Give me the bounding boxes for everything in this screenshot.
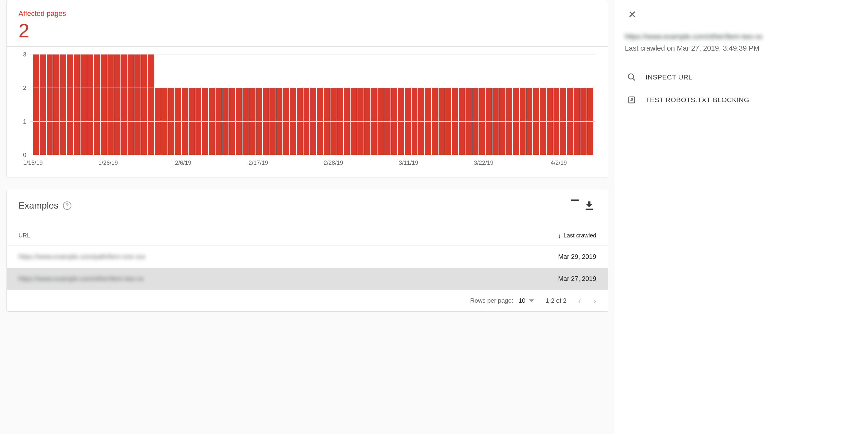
bar — [270, 88, 276, 155]
bar — [554, 88, 560, 155]
examples-title: Examples — [19, 200, 58, 211]
table-body: https://www.example.com/path/item-one-xx… — [7, 246, 608, 290]
x-tick: 1/15/19 — [23, 160, 42, 166]
y-tick: 1 — [23, 118, 26, 125]
bar — [371, 88, 377, 155]
bar — [506, 88, 512, 155]
bar — [283, 88, 289, 155]
bar — [74, 55, 80, 155]
table-row[interactable]: https://www.example.com/path/item-one-xx… — [7, 246, 608, 268]
bar — [243, 88, 249, 155]
gridline — [30, 54, 596, 55]
table-row[interactable]: https://www.example.com/other/item-two-x… — [7, 268, 608, 290]
table-header: URL ↓ Last crawled — [7, 217, 608, 246]
row-url: https://www.example.com/path/item-one-xx… — [19, 253, 558, 261]
x-tick: 2/6/19 — [175, 160, 191, 166]
bar — [87, 55, 93, 155]
panel-actions: INSPECT URL TEST ROBOTS.TXT BLOCKING — [615, 61, 868, 116]
row-date: Mar 29, 2019 — [558, 253, 596, 261]
bar — [40, 55, 46, 155]
bar — [222, 88, 228, 155]
affected-pages-card: Affected pages 2 0123 1/15/191/26/192/6/… — [6, 0, 608, 177]
bar — [331, 88, 337, 155]
pagination: Rows per page: 10 1-2 of 2 ‹ › — [7, 290, 608, 311]
rows-per-page-select[interactable]: 10 — [518, 297, 534, 304]
bar — [533, 88, 539, 155]
help-icon[interactable]: ? — [63, 201, 71, 210]
bar — [236, 88, 242, 155]
bar — [155, 88, 161, 155]
x-tick: 3/11/19 — [399, 160, 418, 166]
gridline — [30, 121, 596, 122]
column-last-crawled[interactable]: ↓ Last crawled — [558, 232, 596, 239]
bar — [189, 88, 195, 155]
bar — [377, 88, 384, 155]
y-axis: 0123 — [19, 55, 30, 155]
chart-container: 0123 1/15/191/26/192/6/192/17/192/28/193… — [7, 47, 608, 177]
x-tick: 4/2/19 — [551, 160, 567, 166]
test-robots-label: TEST ROBOTS.TXT BLOCKING — [646, 96, 749, 104]
bar — [290, 88, 296, 155]
bar — [47, 55, 53, 155]
bar — [114, 55, 120, 155]
bar — [479, 88, 485, 155]
bar — [350, 88, 357, 155]
bar — [141, 55, 147, 155]
bars — [33, 55, 593, 155]
inspect-url-action[interactable]: INSPECT URL — [625, 66, 858, 89]
prev-page-button[interactable]: ‹ — [578, 296, 581, 306]
bar — [182, 88, 188, 155]
sort-descending-icon: ↓ — [558, 233, 561, 239]
column-url[interactable]: URL — [19, 232, 558, 239]
bar — [587, 88, 593, 155]
bar — [229, 88, 235, 155]
bar — [391, 88, 397, 155]
bar-chart: 0123 — [19, 55, 596, 155]
y-tick: 3 — [23, 51, 26, 58]
bar — [297, 88, 303, 155]
bar — [101, 55, 107, 155]
test-robots-action[interactable]: TEST ROBOTS.TXT BLOCKING — [625, 89, 858, 111]
bar — [276, 88, 282, 155]
bar — [337, 88, 343, 155]
bar — [358, 88, 364, 155]
open-external-icon — [627, 95, 637, 105]
bar — [33, 55, 39, 155]
close-button[interactable]: ✕ — [625, 7, 639, 22]
bar — [175, 88, 181, 155]
affected-label: Affected pages — [19, 9, 596, 18]
filter-button[interactable] — [568, 199, 582, 213]
close-icon: ✕ — [628, 9, 636, 20]
affected-value: 2 — [19, 21, 596, 40]
bar — [425, 88, 431, 155]
bar — [344, 88, 350, 155]
bar — [499, 88, 505, 155]
bar — [364, 88, 370, 155]
svg-point-0 — [628, 74, 633, 79]
bar — [540, 88, 546, 155]
panel-subtitle: Last crawled on Mar 27, 2019, 3:49:39 PM — [625, 44, 858, 53]
inspect-url-label: INSPECT URL — [646, 73, 692, 81]
download-button[interactable] — [582, 199, 596, 213]
column-last-crawled-label: Last crawled — [563, 232, 596, 239]
examples-header: Examples ? — [7, 190, 608, 217]
bar — [405, 88, 411, 155]
bar — [580, 88, 587, 155]
bar — [128, 55, 134, 155]
rows-per-page-value: 10 — [518, 297, 525, 304]
bar — [168, 88, 174, 155]
x-axis: 1/15/191/26/192/6/192/17/192/28/193/11/1… — [30, 160, 596, 167]
bar — [418, 88, 424, 155]
next-page-button[interactable]: › — [593, 296, 596, 306]
svg-line-1 — [633, 78, 635, 80]
examples-card: Examples ? URL ↓ Last crawled https://ww… — [6, 190, 608, 312]
bar — [249, 88, 255, 155]
bar — [94, 55, 100, 155]
bar — [438, 88, 445, 155]
x-tick: 2/28/19 — [323, 160, 343, 166]
page-nav: ‹ › — [578, 296, 596, 306]
bar — [53, 55, 59, 155]
y-tick: 2 — [23, 85, 26, 92]
gridline — [30, 88, 596, 88]
bar — [263, 88, 269, 155]
